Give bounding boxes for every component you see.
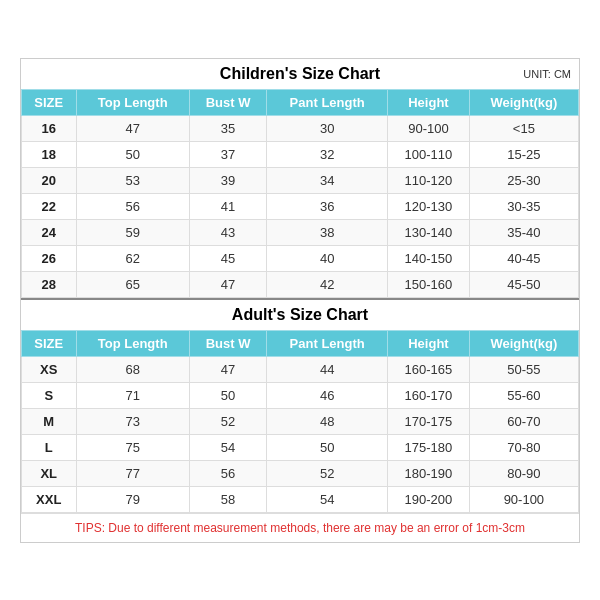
table-row: 20533934110-12025-30 — [22, 167, 579, 193]
table-cell: 45 — [189, 245, 266, 271]
table-row: S715046160-17055-60 — [22, 382, 579, 408]
size-chart-container: Children's Size Chart UNIT: CM SIZE Top … — [20, 58, 580, 543]
table-cell: 18 — [22, 141, 77, 167]
table-cell: 58 — [189, 486, 266, 512]
table-cell: XS — [22, 356, 77, 382]
children-header-row: SIZE Top Length Bust W Pant Length Heigh… — [22, 89, 579, 115]
table-cell: 42 — [267, 271, 388, 297]
table-cell: 38 — [267, 219, 388, 245]
children-col-bust-w: Bust W — [189, 89, 266, 115]
children-col-height: Height — [388, 89, 470, 115]
table-cell: 54 — [189, 434, 266, 460]
table-cell: 110-120 — [388, 167, 470, 193]
children-section-title-row: Children's Size Chart UNIT: CM — [21, 59, 579, 89]
table-cell: 175-180 — [388, 434, 470, 460]
table-cell: 50-55 — [469, 356, 578, 382]
table-cell: 47 — [189, 271, 266, 297]
table-cell: 50 — [189, 382, 266, 408]
children-col-pant-length: Pant Length — [267, 89, 388, 115]
table-cell: 34 — [267, 167, 388, 193]
table-row: L755450175-18070-80 — [22, 434, 579, 460]
adult-col-pant-length: Pant Length — [267, 330, 388, 356]
table-cell: S — [22, 382, 77, 408]
table-cell: 68 — [76, 356, 189, 382]
table-cell: 140-150 — [388, 245, 470, 271]
table-cell: 50 — [267, 434, 388, 460]
children-col-weight: Weight(kg) — [469, 89, 578, 115]
table-cell: 26 — [22, 245, 77, 271]
table-cell: 160-165 — [388, 356, 470, 382]
table-cell: 80-90 — [469, 460, 578, 486]
table-row: 24594338130-14035-40 — [22, 219, 579, 245]
table-cell: 30-35 — [469, 193, 578, 219]
table-cell: 65 — [76, 271, 189, 297]
table-cell: 130-140 — [388, 219, 470, 245]
tips-text: TIPS: Due to different measurement metho… — [75, 521, 525, 535]
table-row: 22564136120-13030-35 — [22, 193, 579, 219]
table-cell: 40-45 — [469, 245, 578, 271]
table-cell: 52 — [189, 408, 266, 434]
table-cell: 120-130 — [388, 193, 470, 219]
table-cell: 41 — [189, 193, 266, 219]
table-cell: 50 — [76, 141, 189, 167]
table-cell: M — [22, 408, 77, 434]
table-cell: 47 — [189, 356, 266, 382]
table-cell: 90-100 — [469, 486, 578, 512]
table-cell: 39 — [189, 167, 266, 193]
table-cell: 25-30 — [469, 167, 578, 193]
table-cell: 180-190 — [388, 460, 470, 486]
table-row: 26624540140-15040-45 — [22, 245, 579, 271]
table-row: M735248170-17560-70 — [22, 408, 579, 434]
adult-section-title-row: Adult's Size Chart — [21, 300, 579, 330]
table-row: 28654742150-16045-50 — [22, 271, 579, 297]
children-section-title: Children's Size Chart — [220, 65, 380, 82]
table-cell: 56 — [76, 193, 189, 219]
adult-col-weight: Weight(kg) — [469, 330, 578, 356]
table-cell: L — [22, 434, 77, 460]
table-cell: 32 — [267, 141, 388, 167]
adult-header-row: SIZE Top Length Bust W Pant Length Heigh… — [22, 330, 579, 356]
children-table: SIZE Top Length Bust W Pant Length Heigh… — [21, 89, 579, 298]
table-cell: 77 — [76, 460, 189, 486]
table-cell: 150-160 — [388, 271, 470, 297]
table-cell: 73 — [76, 408, 189, 434]
table-cell: 55-60 — [469, 382, 578, 408]
adult-col-bust-w: Bust W — [189, 330, 266, 356]
table-cell: XXL — [22, 486, 77, 512]
adult-section-title: Adult's Size Chart — [232, 306, 368, 323]
children-col-size: SIZE — [22, 89, 77, 115]
table-cell: 35 — [189, 115, 266, 141]
table-cell: 48 — [267, 408, 388, 434]
table-cell: 47 — [76, 115, 189, 141]
table-cell: 100-110 — [388, 141, 470, 167]
table-cell: 43 — [189, 219, 266, 245]
table-cell: 62 — [76, 245, 189, 271]
adult-col-size: SIZE — [22, 330, 77, 356]
table-cell: 28 — [22, 271, 77, 297]
table-cell: 16 — [22, 115, 77, 141]
table-cell: 56 — [189, 460, 266, 486]
table-cell: 22 — [22, 193, 77, 219]
table-cell: 36 — [267, 193, 388, 219]
table-cell: 30 — [267, 115, 388, 141]
table-cell: 40 — [267, 245, 388, 271]
table-cell: 15-25 — [469, 141, 578, 167]
adult-table: SIZE Top Length Bust W Pant Length Heigh… — [21, 330, 579, 513]
table-cell: 60-70 — [469, 408, 578, 434]
tips-row: TIPS: Due to different measurement metho… — [21, 513, 579, 542]
table-row: 1647353090-100<15 — [22, 115, 579, 141]
table-row: XS684744160-16550-55 — [22, 356, 579, 382]
table-row: XL775652180-19080-90 — [22, 460, 579, 486]
children-col-top-length: Top Length — [76, 89, 189, 115]
table-cell: 90-100 — [388, 115, 470, 141]
table-cell: 37 — [189, 141, 266, 167]
table-cell: 44 — [267, 356, 388, 382]
table-cell: 24 — [22, 219, 77, 245]
table-cell: 71 — [76, 382, 189, 408]
table-cell: 75 — [76, 434, 189, 460]
table-cell: XL — [22, 460, 77, 486]
table-cell: 70-80 — [469, 434, 578, 460]
table-cell: 59 — [76, 219, 189, 245]
table-cell: 45-50 — [469, 271, 578, 297]
table-cell: 35-40 — [469, 219, 578, 245]
